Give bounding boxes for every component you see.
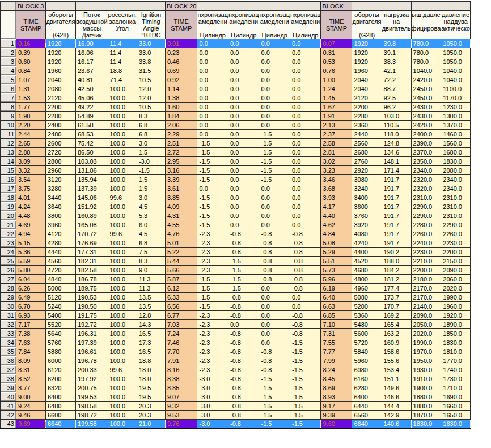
row-number-cell[interactable]: 25 (1, 257, 16, 266)
data-cell[interactable]: -0.8 (228, 302, 259, 311)
data-cell[interactable]: 2720 (46, 148, 76, 157)
data-cell[interactable]: -3.0 (197, 411, 228, 420)
data-cell[interactable]: 100.0 (108, 238, 137, 248)
data-cell[interactable]: 17.3 (137, 338, 165, 347)
data-cell[interactable]: 2430.0 (411, 103, 441, 112)
data-cell[interactable]: -0.8 (228, 293, 259, 302)
timestamp-cell[interactable]: 1.98 (16, 112, 46, 121)
data-cell[interactable]: -3.0 (197, 420, 228, 429)
data-cell[interactable]: 165.4 (382, 320, 411, 329)
data-cell[interactable]: -0.8 (228, 411, 259, 420)
data-cell[interactable]: 0.0 (197, 112, 228, 121)
data-cell[interactable]: 191.7 (382, 175, 411, 184)
timestamp-cell[interactable]: 0.92 (165, 75, 197, 84)
data-cell[interactable]: -0.8 (259, 257, 290, 266)
data-cell[interactable]: 100.0 (108, 220, 137, 229)
data-cell[interactable]: 100.0 (108, 148, 137, 157)
data-cell[interactable]: 4.5 (137, 229, 165, 238)
timestamp-cell[interactable]: 3.93 (321, 193, 352, 202)
data-cell[interactable]: 1920 (46, 57, 76, 66)
row-number-cell[interactable]: 13 (1, 148, 16, 157)
data-cell[interactable]: 2280 (46, 112, 76, 121)
data-cell[interactable]: 3120 (46, 175, 76, 184)
data-cell[interactable]: 100.0 (108, 139, 137, 148)
row-number-cell[interactable]: 8 (1, 103, 16, 112)
data-cell[interactable]: 118.0 (382, 130, 411, 139)
data-cell[interactable]: 0.0 (259, 112, 290, 121)
data-cell[interactable]: -1.5 (290, 392, 321, 402)
data-cell[interactable]: 5360 (352, 311, 382, 320)
row-number-cell[interactable]: 16 (1, 175, 16, 184)
data-cell[interactable]: 124.8 (382, 139, 411, 148)
data-cell[interactable]: 1710.0 (441, 383, 471, 392)
data-cell[interactable]: 189.75 (76, 284, 108, 293)
data-cell[interactable]: 169.2 (382, 311, 411, 320)
data-cell[interactable]: 0.0 (228, 93, 259, 103)
data-cell[interactable]: 2420.0 (411, 75, 441, 84)
timestamp-cell[interactable]: 3.68 (321, 184, 352, 193)
data-cell[interactable]: 2280.0 (411, 220, 441, 229)
row-number-cell[interactable]: 2 (1, 48, 16, 57)
data-cell[interactable]: 100.0 (108, 374, 137, 383)
data-cell[interactable]: 134.6 (382, 148, 411, 157)
data-cell[interactable]: 2430.0 (411, 112, 441, 121)
data-cell[interactable]: -1.5 (259, 130, 290, 139)
data-cell[interactable]: -1.5 (197, 211, 228, 220)
data-cell[interactable]: -2.3 (197, 229, 228, 238)
data-cell[interactable]: 12.0 (137, 84, 165, 93)
data-cell[interactable]: 2760 (352, 157, 382, 166)
timestamp-cell[interactable]: 5.80 (16, 266, 46, 275)
data-cell[interactable]: 2080 (46, 84, 76, 93)
timestamp-cell[interactable]: 9.32 (165, 402, 197, 411)
data-cell[interactable]: 1.5 (137, 175, 165, 184)
timestamp-cell[interactable]: 6.56 (165, 302, 197, 311)
data-cell[interactable]: -0.8 (228, 402, 259, 411)
data-cell[interactable]: 198.58 (76, 402, 108, 411)
timestamp-cell[interactable]: 3.39 (165, 175, 197, 184)
data-cell[interactable]: 0.0 (290, 112, 321, 121)
row-number-cell[interactable]: 15 (1, 166, 16, 175)
row-number-cell[interactable]: 38 (1, 374, 16, 383)
timestamp-cell[interactable]: 6.77 (165, 311, 197, 320)
timestamp-cell[interactable]: 4.62 (321, 220, 352, 229)
data-cell[interactable]: 165.08 (76, 220, 108, 229)
data-cell[interactable]: 2170.0 (411, 293, 441, 302)
data-cell[interactable]: -1.5 (197, 175, 228, 184)
data-cell[interactable]: 100.0 (108, 112, 137, 121)
data-cell[interactable]: 197.39 (76, 338, 108, 347)
data-cell[interactable]: 163.2 (382, 329, 411, 338)
data-cell[interactable]: 5000 (46, 284, 76, 293)
data-cell[interactable]: 0.0 (259, 66, 290, 75)
timestamp-cell[interactable]: 2.13 (321, 121, 352, 130)
data-cell[interactable]: 0.0 (197, 57, 228, 66)
data-cell[interactable]: 186.78 (76, 275, 108, 284)
data-cell[interactable]: 2440 (352, 130, 382, 139)
data-cell[interactable]: 6120 (46, 365, 76, 374)
data-cell[interactable]: 100.0 (108, 320, 137, 329)
row-number-cell[interactable]: 14 (1, 157, 16, 166)
data-cell[interactable]: 110.5 (382, 121, 411, 130)
data-cell[interactable]: 100.0 (108, 284, 137, 293)
data-cell[interactable]: 0.0 (290, 39, 321, 48)
data-cell[interactable]: 3760 (352, 211, 382, 220)
data-cell[interactable]: 0.0 (290, 103, 321, 112)
data-cell[interactable]: 19.5 (137, 383, 165, 392)
data-cell[interactable]: 6.8 (137, 130, 165, 139)
data-cell[interactable]: 2200.0 (441, 248, 471, 257)
data-cell[interactable]: 2200 (352, 103, 382, 112)
data-cell[interactable]: -0.8 (228, 420, 259, 429)
data-cell[interactable]: -2.3 (197, 356, 228, 365)
timestamp-cell[interactable]: 6.26 (16, 284, 46, 293)
data-cell[interactable]: 196.31 (76, 329, 108, 338)
data-cell[interactable]: -1.5 (259, 157, 290, 166)
data-cell[interactable]: 1810.0 (441, 347, 471, 356)
data-cell[interactable]: 5720 (352, 338, 382, 347)
data-cell[interactable]: 2960 (46, 166, 76, 175)
data-cell[interactable]: -1.5 (259, 166, 290, 175)
data-cell[interactable]: -0.8 (259, 266, 290, 275)
data-cell[interactable]: 2200.0 (411, 266, 441, 275)
data-cell[interactable]: 10.5 (137, 75, 165, 84)
data-cell[interactable]: -1.5 (197, 284, 228, 293)
data-cell[interactable]: 2360 (352, 121, 382, 130)
data-cell[interactable]: 20.3 (137, 411, 165, 420)
